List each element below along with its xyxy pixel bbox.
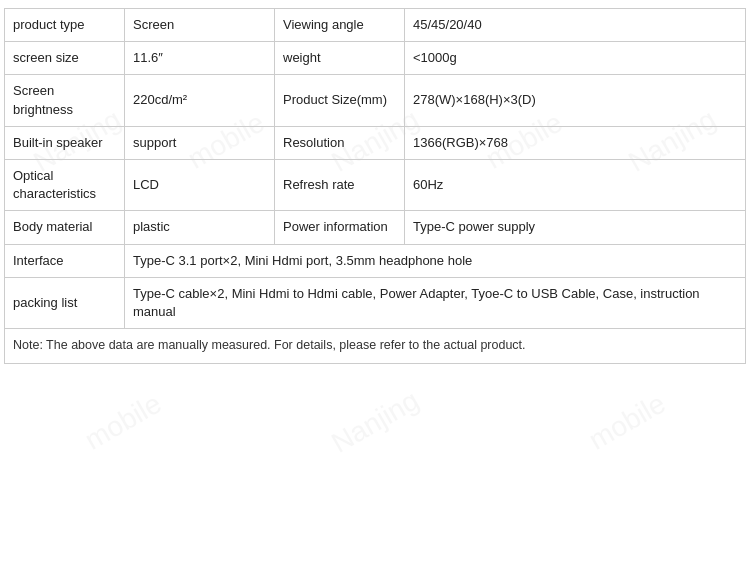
table-row: Body material plastic Power information … [5,211,746,244]
specs-table-container: product type Screen Viewing angle 45/45/… [0,0,750,372]
table-row: Screen brightness 220cd/m² Product Size(… [5,75,746,126]
label-product-size: Product Size(mm) [275,75,405,126]
value-packing-list: Type-C cable×2, Mini Hdmi to Hdmi cable,… [125,277,746,328]
table-row: screen size 11.6″ weight <1000g [5,42,746,75]
label-optical-characteristics: Optical characteristics [5,159,125,210]
table-row-note: Note: The above data are manually measur… [5,329,746,364]
table-row: product type Screen Viewing angle 45/45/… [5,9,746,42]
value-weight: <1000g [405,42,746,75]
label-interface: Interface [5,244,125,277]
value-interface: Type-C 3.1 port×2, Mini Hdmi port, 3.5mm… [125,244,746,277]
label-packing-list: packing list [5,277,125,328]
value-product-size: 278(W)×168(H)×3(D) [405,75,746,126]
label-weight: weight [275,42,405,75]
table-row-interface: Interface Type-C 3.1 port×2, Mini Hdmi p… [5,244,746,277]
value-built-in-speaker: support [125,126,275,159]
label-built-in-speaker: Built-in speaker [5,126,125,159]
table-row: Built-in speaker support Resolution 1366… [5,126,746,159]
value-body-material: plastic [125,211,275,244]
specs-table: product type Screen Viewing angle 45/45/… [4,8,746,364]
label-refresh-rate: Refresh rate [275,159,405,210]
table-row-packing: packing list Type-C cable×2, Mini Hdmi t… [5,277,746,328]
value-refresh-rate: 60Hz [405,159,746,210]
note-text: Note: The above data are manually measur… [5,329,746,364]
label-product-type: product type [5,9,125,42]
value-viewing-angle: 45/45/20/40 [405,9,746,42]
label-resolution: Resolution [275,126,405,159]
value-screen-size: 11.6″ [125,42,275,75]
value-screen-brightness: 220cd/m² [125,75,275,126]
label-viewing-angle: Viewing angle [275,9,405,42]
value-product-type: Screen [125,9,275,42]
label-power-information: Power information [275,211,405,244]
table-row: Optical characteristics LCD Refresh rate… [5,159,746,210]
label-screen-size: screen size [5,42,125,75]
value-power-information: Type-C power supply [405,211,746,244]
value-resolution: 1366(RGB)×768 [405,126,746,159]
label-screen-brightness: Screen brightness [5,75,125,126]
label-body-material: Body material [5,211,125,244]
value-optical-characteristics: LCD [125,159,275,210]
